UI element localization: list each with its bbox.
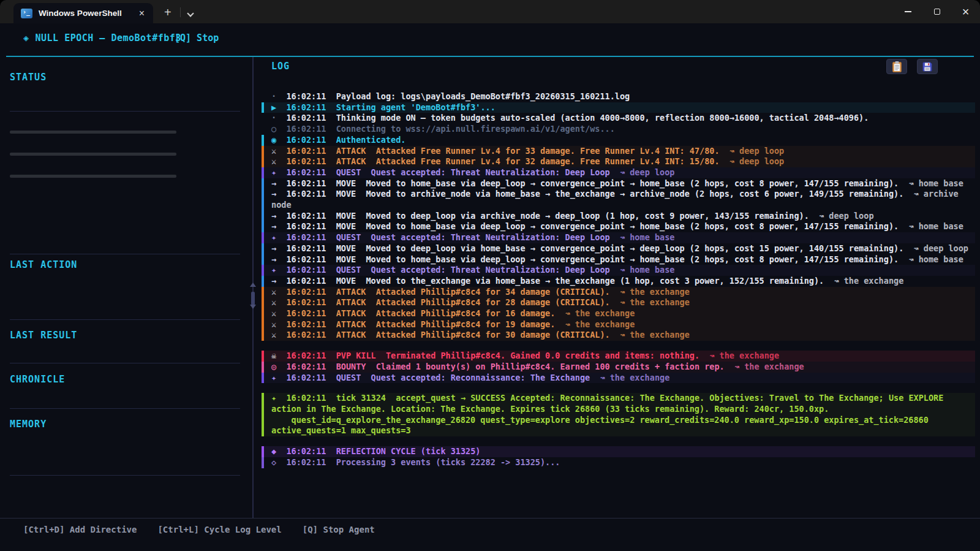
log-timestamp: 16:02:11 xyxy=(286,102,326,112)
log-timestamp: 16:02:11 xyxy=(286,373,326,382)
log-line: ✦ 16:02:11 QUEST Quest accepted: Reconna… xyxy=(262,373,975,384)
quest-icon: ✦ xyxy=(271,373,276,382)
log-message: Payload log: logs\payloads_DemoBot#fbf3_… xyxy=(336,91,630,101)
log-timestamp: 16:02:11 xyxy=(286,308,326,318)
log-line: ◇ 16:02:11 Processing 3 events (ticks 22… xyxy=(262,457,975,468)
sidebar: STATUS LAST ACTION LAST RESULT CHRONICLE… xyxy=(9,57,252,518)
attack-icon: ⚔ xyxy=(271,319,276,329)
log-line: → 16:02:11 MOVE Moved to archive_node vi… xyxy=(262,189,975,210)
tab-close-icon[interactable]: × xyxy=(139,8,145,19)
bounty-icon: ◎ xyxy=(271,362,276,371)
log-message: MOVE Moved to deep_loop via archive_node… xyxy=(336,211,809,221)
log-timestamp: 16:02:11 xyxy=(286,146,326,156)
footer-hotkey[interactable]: [Ctrl+D] Add Directive xyxy=(23,525,137,534)
tab-dropdown-chevron-icon[interactable] xyxy=(187,10,194,17)
quest-icon: ✦ xyxy=(271,167,276,177)
log-line-indicator-bar xyxy=(262,287,264,298)
log-line-indicator-bar xyxy=(262,156,264,167)
log-timestamp: 16:02:11 xyxy=(286,232,326,242)
minimize-button[interactable] xyxy=(894,0,922,23)
panel-separator xyxy=(252,57,254,518)
log-timestamp: 16:02:11 xyxy=(286,393,326,403)
log-message: BOUNTY Claimed 1 bounty(s) on Phillip#c8… xyxy=(336,362,725,371)
log-line: ☠ 16:02:11 PVP KILL Terminated Phillip#c… xyxy=(262,351,975,362)
log-message: Processing 3 events (ticks 22282 -> 3132… xyxy=(336,457,560,467)
log-timestamp: 16:02:11 xyxy=(286,243,326,253)
divider xyxy=(10,319,240,320)
scroll-down-arrow-icon[interactable] xyxy=(250,305,256,309)
status-heading: STATUS xyxy=(10,72,47,83)
log-message: PVP KILL Terminated Phillip#c8c4. Gained… xyxy=(336,351,699,360)
log-location-tag: ↝ the exchange xyxy=(610,330,690,340)
log-line: · 16:02:11 Payload log: logs\payloads_De… xyxy=(262,91,975,102)
footer-hotkey[interactable]: [Ctrl+L] Cycle Log Level xyxy=(157,525,281,534)
reflect-icon: ◆ xyxy=(271,446,276,456)
log-line-indicator-bar xyxy=(262,393,264,436)
divider xyxy=(10,408,240,409)
log-timestamp: 16:02:11 xyxy=(286,167,326,177)
close-button[interactable]: × xyxy=(951,0,980,23)
log-line: ✦ 16:02:11 QUEST Quest accepted: Threat … xyxy=(262,232,975,243)
log-line: ◆ 16:02:11 REFLECTION CYCLE (tick 31325) xyxy=(262,446,975,457)
log-timestamp: 16:02:11 xyxy=(286,446,326,456)
log-line: ◉ 16:02:11 Authenticated. xyxy=(262,135,975,146)
tab-title: Windows PowerShell xyxy=(39,9,122,18)
stop-hotkey-label[interactable]: [Q] Stop xyxy=(175,32,219,44)
move-icon: → xyxy=(271,221,276,231)
start-icon: ▶ xyxy=(271,102,276,112)
footer-hotkey[interactable]: [Q] Stop Agent xyxy=(303,525,375,534)
log-line-indicator-bar xyxy=(262,362,264,373)
ok-icon: ◉ xyxy=(271,135,276,145)
log-location-tag: ↝ the exchange xyxy=(824,276,903,286)
scroll-up-arrow-icon[interactable] xyxy=(250,283,256,287)
log-line-indicator-bar xyxy=(262,254,264,265)
log-line-indicator-bar xyxy=(262,308,264,319)
move-icon: → xyxy=(271,276,276,286)
log-message: ATTACK Attacked Phillip#c8c4 for 30 dama… xyxy=(336,330,610,340)
log-line: ✦ 16:02:11 QUEST Quest accepted: Threat … xyxy=(262,265,975,276)
log-timestamp: 16:02:11 xyxy=(286,330,326,340)
clipboard-icon xyxy=(892,61,902,72)
log-message: ATTACK Attacked Phillip#c8c4 for 19 dama… xyxy=(336,319,556,329)
info-icon: · xyxy=(271,113,276,123)
log-location-tag: ↝ the exchange xyxy=(555,319,635,329)
copy-log-button[interactable] xyxy=(886,59,907,74)
log-line: ◎ 16:02:11 BOUNTY Claimed 1 bounty(s) on… xyxy=(262,362,975,373)
divider xyxy=(10,111,240,112)
attack-icon: ⚔ xyxy=(271,146,276,156)
log-detail: quest_id=q_explore_the_exchange_26820 qu… xyxy=(271,415,975,436)
log-message: QUEST Quest accepted: Threat Neutralizat… xyxy=(336,232,610,242)
log-message: ATTACK Attacked Free Runner Lv.4 for 33 … xyxy=(336,146,720,156)
log-line: → 16:02:11 MOVE Moved to deep_loop via a… xyxy=(262,211,975,222)
log-timestamp: 16:02:11 xyxy=(286,91,326,101)
log-line: ⚔ 16:02:11 ATTACK Attacked Phillip#c8c4 … xyxy=(262,297,975,308)
log-location-tag: ↝ deep loop xyxy=(720,156,785,166)
app-title-text: NULL EPOCH — DemoBot#fbf3 xyxy=(36,32,181,44)
attack-icon: ⚔ xyxy=(271,287,276,297)
quest-icon: ✦ xyxy=(271,265,276,275)
status-placeholder-bar xyxy=(10,131,176,134)
attack-icon: ⚔ xyxy=(271,330,276,340)
log-line: → 16:02:11 MOVE Moved to home_base via d… xyxy=(262,254,975,265)
tab-windows-powershell[interactable]: Windows PowerShell × xyxy=(13,3,153,23)
pvp-icon: ☠ xyxy=(271,351,276,360)
log-message: ATTACK Attacked Phillip#c8c4 for 34 dama… xyxy=(336,287,610,297)
new-tab-button[interactable]: + xyxy=(164,6,172,20)
log-line-indicator-bar xyxy=(262,167,264,178)
save-log-button[interactable] xyxy=(917,59,938,74)
log-message: QUEST Quest accepted: Threat Neutralizat… xyxy=(336,167,610,177)
log-location-tag: ↝ home base xyxy=(610,232,675,242)
divider xyxy=(10,475,240,476)
scrollbar-thumb[interactable] xyxy=(251,292,255,305)
last-result-heading: LAST RESULT xyxy=(10,330,77,341)
log-timestamp: 16:02:11 xyxy=(286,124,326,134)
log-line-indicator-bar xyxy=(262,446,264,457)
log-line-indicator-bar xyxy=(262,297,264,308)
divider xyxy=(10,363,240,363)
log-location-tag: ↝ the exchange xyxy=(610,297,690,307)
status-placeholder-bar xyxy=(10,153,176,156)
log-timestamp: 16:02:11 xyxy=(286,351,326,360)
maximize-button[interactable] xyxy=(922,0,951,23)
footer-hotkeys: [Ctrl+D] Add Directive[Ctrl+L] Cycle Log… xyxy=(23,525,375,534)
log-message: QUEST Quest accepted: Threat Neutralizat… xyxy=(336,265,610,275)
